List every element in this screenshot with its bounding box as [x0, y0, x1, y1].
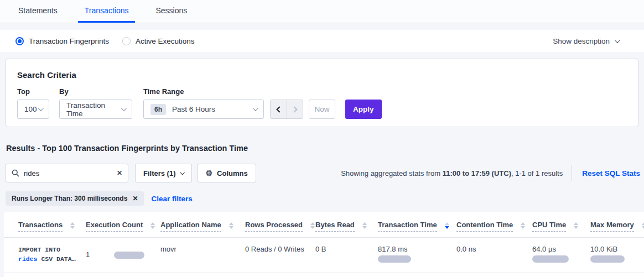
- column-header-transaction-time[interactable]: Transaction Time: [378, 221, 456, 232]
- chevron-right-icon: [291, 106, 297, 112]
- clear-search-icon[interactable]: ✕: [117, 169, 122, 177]
- execution-count-bar: [114, 252, 144, 259]
- previous-time-window-button[interactable]: [271, 100, 287, 118]
- cpu-time-cell: 64.0 µs: [532, 245, 590, 264]
- stats-cluster: Showing aggregated stats from 11:00 to 1…: [341, 165, 640, 181]
- filter-chip: Runs Longer Than: 300 milliseconds ✕: [6, 191, 144, 206]
- top-select-value: 100: [24, 105, 37, 113]
- clear-filters-link[interactable]: Clear filters: [151, 195, 192, 203]
- table-header-row: Transactions Execution Count Application…: [4, 212, 644, 237]
- contention-time-cell: 0.0 ns: [456, 245, 532, 264]
- sort-icon[interactable]: [229, 222, 233, 229]
- column-header-contention-time[interactable]: Contention Time: [456, 221, 532, 232]
- chevron-down-icon: [180, 170, 184, 175]
- reset-sql-stats-link[interactable]: Reset SQL Stats: [582, 169, 640, 177]
- search-input[interactable]: [24, 169, 117, 177]
- view-toggle-band: Transaction Fingerprints Active Executio…: [0, 30, 644, 52]
- chevron-down-icon: [121, 106, 127, 111]
- column-header-execution-count[interactable]: Execution Count: [86, 221, 160, 232]
- radio-selected-icon: [15, 37, 24, 45]
- columns-label: Columns: [217, 169, 248, 177]
- columns-button[interactable]: ⚙ Columns: [198, 164, 256, 182]
- now-button[interactable]: Now: [309, 100, 335, 119]
- sort-icon[interactable]: [310, 222, 315, 229]
- time-window-nav: [270, 100, 303, 119]
- execution-count-cell: 1: [86, 245, 160, 264]
- max-memory-bar: [590, 255, 625, 263]
- results-search-box: ✕: [6, 164, 128, 182]
- chevron-left-icon: [276, 106, 282, 112]
- table-row: IMPORT INTO rides CSV DATA… 1 movr 0 Rea…: [4, 238, 644, 273]
- row-divider: [4, 273, 644, 273]
- column-header-max-memory[interactable]: Max Memory: [590, 221, 638, 232]
- vertical-divider: [572, 165, 572, 181]
- search-criteria-title: Search Criteria: [17, 70, 627, 80]
- cpu-time-bar: [532, 255, 569, 263]
- column-header-bytes-read[interactable]: Bytes Read: [315, 221, 378, 232]
- show-description-toggle[interactable]: Show description: [553, 37, 619, 45]
- column-header-application-name[interactable]: Application Name: [160, 221, 245, 232]
- results-table: Transactions Execution Count Application…: [4, 212, 644, 277]
- results-heading: Results - Top 100 Transaction Fingerprin…: [6, 144, 638, 153]
- gear-icon: ⚙: [206, 169, 213, 177]
- radio-transaction-fingerprints[interactable]: Transaction Fingerprints: [15, 37, 109, 45]
- radio-label: Transaction Fingerprints: [29, 37, 109, 45]
- time-range-label: Time Range: [143, 87, 270, 96]
- rows-processed-cell: 0 Reads / 0 Writes: [245, 245, 315, 264]
- max-memory-cell: 10.0 KiB: [590, 245, 638, 264]
- time-range-select[interactable]: 6h Past 6 Hours: [143, 100, 264, 119]
- search-criteria-card: Search Criteria Top 100 By Transaction T…: [6, 59, 638, 127]
- remove-filter-icon[interactable]: ✕: [132, 195, 138, 202]
- sort-icon[interactable]: [150, 222, 155, 229]
- sort-icon[interactable]: [70, 222, 75, 229]
- active-filters-row: Runs Longer Than: 300 milliseconds ✕ Cle…: [6, 191, 638, 206]
- tab-sessions[interactable]: Sessions: [149, 0, 194, 23]
- transaction-time-bar: [378, 255, 411, 263]
- page-tabs: Statements Transactions Sessions: [0, 0, 644, 23]
- column-header-rows-processed[interactable]: Rows Processed: [245, 221, 315, 232]
- column-header-transactions[interactable]: Transactions: [18, 221, 86, 232]
- top-label: Top: [17, 87, 59, 96]
- search-icon: [12, 169, 19, 177]
- chevron-down-icon: [38, 106, 44, 111]
- transaction-link[interactable]: rides: [18, 255, 38, 263]
- transaction-time-cell: 817.8 ms: [378, 245, 456, 264]
- by-select-value: Transaction Time: [66, 101, 121, 118]
- column-header-cpu-time[interactable]: CPU Time: [532, 221, 590, 232]
- filters-label: Filters (1): [143, 169, 176, 177]
- sort-icon[interactable]: [642, 222, 644, 229]
- time-range-badge: 6h: [150, 104, 166, 115]
- by-select[interactable]: Transaction Time: [59, 100, 132, 119]
- results-controls: ✕ Filters (1) ⚙ Columns Showing aggregat…: [6, 164, 640, 182]
- sort-icon[interactable]: [521, 222, 525, 229]
- next-time-window-button[interactable]: [287, 100, 303, 118]
- tab-transactions[interactable]: Transactions: [78, 0, 136, 23]
- time-range-value: Past 6 Hours: [172, 105, 215, 113]
- radio-label: Active Executions: [136, 37, 195, 45]
- application-name-cell: movr: [160, 245, 245, 264]
- show-description-label: Show description: [553, 37, 610, 45]
- sort-icon[interactable]: [362, 222, 367, 229]
- chevron-down-icon: [615, 38, 620, 43]
- bytes-read-cell: 0 B: [315, 245, 378, 264]
- transaction-fingerprint-cell: IMPORT INTO rides CSV DATA…: [18, 245, 86, 264]
- top-select[interactable]: 100: [17, 100, 49, 119]
- aggregated-stats-text: Showing aggregated stats from 11:00 to 1…: [341, 169, 563, 177]
- sort-desc-icon[interactable]: [445, 222, 449, 229]
- filter-chip-label: Runs Longer Than: 300 milliseconds: [12, 195, 127, 202]
- radio-active-executions[interactable]: Active Executions: [122, 37, 195, 45]
- tab-statements[interactable]: Statements: [12, 0, 64, 23]
- radio-unselected-icon: [122, 37, 131, 45]
- by-label: By: [59, 87, 143, 96]
- apply-button[interactable]: Apply: [345, 100, 382, 119]
- sort-icon[interactable]: [574, 222, 578, 229]
- chevron-down-icon: [253, 106, 258, 111]
- filters-button[interactable]: Filters (1): [135, 164, 192, 182]
